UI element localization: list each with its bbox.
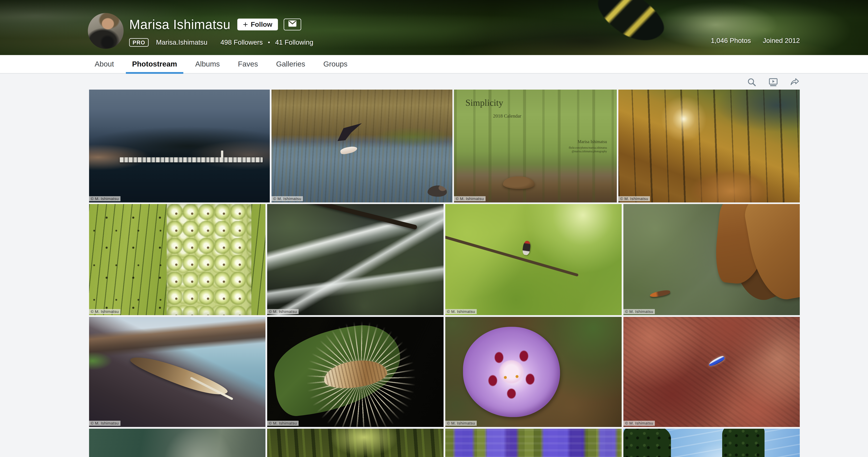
goose-decor	[428, 185, 447, 197]
followers-link[interactable]: 498 Followers	[220, 38, 263, 46]
watermark: © M. Ishimatsu	[618, 196, 650, 201]
tab-about[interactable]: About	[88, 55, 120, 73]
photo-simplicity-calendar[interactable]: Simplicity 2018 Calendar Marisa Ishimats…	[454, 90, 617, 203]
tab-groups[interactable]: Groups	[317, 55, 354, 73]
photo-woodpecker[interactable]: © M. Ishimatsu	[445, 204, 622, 315]
profile-nav: About Photostream Albums Faves Galleries…	[0, 55, 868, 74]
share-icon	[790, 78, 799, 87]
calendar-credit-block: Marisa Ishimatsu flickr.com/photos/maris…	[569, 139, 607, 153]
photo-row-4	[89, 429, 800, 457]
avatar[interactable]	[88, 13, 124, 49]
photos-count: 1,046 Photos	[711, 37, 751, 44]
username: Marisa.Ishimatsu	[156, 38, 208, 46]
toad-decor	[503, 176, 535, 189]
watermark: © M. Ishimatsu	[89, 421, 121, 426]
page-title: Marisa Ishimatsu	[129, 17, 230, 32]
flower-decor	[463, 327, 560, 417]
photo-coastal-town[interactable]: © M. Ishimatsu	[89, 90, 270, 203]
nudibranch-decor	[591, 0, 672, 52]
watermark: © M. Ishimatsu	[623, 309, 655, 314]
photostream-toolbar	[0, 73, 868, 89]
photo-purple-flower[interactable]: © M. Ishimatsu	[445, 317, 622, 427]
photo-iris-flowers[interactable]	[445, 429, 622, 457]
branch-decor	[445, 234, 579, 277]
newt-decor	[650, 290, 671, 298]
search-button[interactable]	[746, 77, 757, 87]
bird-body-decor	[340, 145, 358, 155]
photo-flamingo-takeoff[interactable]: © M. Ishimatsu	[272, 90, 453, 203]
photo-autumn-forest[interactable]: © M. Ishimatsu	[618, 90, 800, 203]
photo-waterfall-salamander[interactable]: © M. Ishimatsu	[267, 204, 443, 315]
profile-stats: 1,046 Photos Joined 2012	[711, 37, 800, 44]
watermark: © M. Ishimatsu	[445, 421, 477, 426]
calendar-credit: Marisa Ishimatsu	[569, 139, 607, 144]
watermark: © M. Ishimatsu	[454, 196, 485, 201]
share-button[interactable]	[790, 77, 800, 87]
watermark: © M. Ishimatsu	[89, 309, 121, 314]
tab-galleries[interactable]: Galleries	[270, 55, 311, 73]
watermark: © M. Ishimatsu	[272, 196, 303, 201]
calendar-handle: @marisa.ishimatsu.photography	[569, 150, 607, 153]
watermark: © M. Ishimatsu	[89, 196, 121, 201]
profile-info: Marisa Ishimatsu + Follow PRO Marisa	[129, 17, 313, 47]
follow-label: Follow	[251, 21, 272, 28]
photo-trees-sky[interactable]	[623, 429, 800, 457]
cover-photo[interactable]: Marisa Ishimatsu + Follow PRO Marisa	[0, 0, 868, 55]
calendar-url: flickr.com/photos/marisa.ishimatsu	[569, 146, 607, 150]
blue-fish-decor	[708, 355, 725, 368]
tab-albums[interactable]: Albums	[189, 55, 226, 73]
photo-underwater-reef[interactable]	[89, 429, 266, 457]
town-lights-decor	[120, 157, 262, 162]
message-button[interactable]	[284, 19, 301, 31]
photostream-grid: © M. Ishimatsu © M. Ishimatsu Simplicity…	[0, 90, 868, 457]
carcass-decor	[128, 351, 230, 401]
follow-button[interactable]: + Follow	[237, 19, 278, 31]
fallen-log-decor	[290, 204, 417, 230]
search-icon	[747, 78, 756, 87]
following-link[interactable]: 41 Following	[275, 38, 313, 46]
separator-dot: •	[268, 39, 270, 46]
tree-decor	[623, 429, 671, 457]
slideshow-icon	[769, 78, 778, 87]
slideshow-button[interactable]	[768, 77, 778, 87]
watermark: © M. Ishimatsu	[623, 421, 655, 426]
joined-date: Joined 2012	[763, 37, 800, 44]
calendar-subtitle: 2018 Calendar	[493, 113, 521, 119]
woodpecker-decor	[522, 240, 531, 255]
photo-row-3: © M. Ishimatsu © M. Ishimatsu © M. Ishim…	[89, 317, 800, 427]
photo-row-2: © M. Ishimatsu © M. Ishimatsu © M. Ishim…	[89, 204, 800, 315]
calendar-title: Simplicity	[465, 97, 503, 108]
watermark: © M. Ishimatsu	[267, 421, 299, 426]
photo-seed-pod[interactable]: © M. Ishimatsu	[267, 317, 443, 427]
tab-faves[interactable]: Faves	[232, 55, 264, 73]
egg-cluster-decor	[167, 204, 251, 315]
watermark: © M. Ishimatsu	[445, 309, 477, 314]
plus-icon: +	[243, 20, 248, 29]
photo-blue-flower[interactable]	[267, 429, 443, 457]
tab-photostream[interactable]: Photostream	[126, 55, 183, 73]
church-tower-decor	[221, 151, 223, 158]
photo-beach-carcass[interactable]: © M. Ishimatsu	[89, 317, 266, 427]
tree-decor	[722, 429, 765, 457]
watermark: © M. Ishimatsu	[267, 309, 299, 314]
photo-red-reef-fish[interactable]: © M. Ishimatsu	[623, 317, 800, 427]
photo-frog-eggs[interactable]: © M. Ishimatsu	[89, 204, 266, 315]
pro-badge: PRO	[129, 38, 149, 47]
flickr-profile-page: Marisa Ishimatsu + Follow PRO Marisa	[0, 0, 868, 457]
bird-wing-decor	[336, 123, 364, 141]
photo-row-1: © M. Ishimatsu © M. Ishimatsu Simplicity…	[89, 90, 800, 203]
photo-newt-dry-leaves[interactable]: © M. Ishimatsu	[623, 204, 800, 315]
envelope-icon	[288, 20, 297, 29]
